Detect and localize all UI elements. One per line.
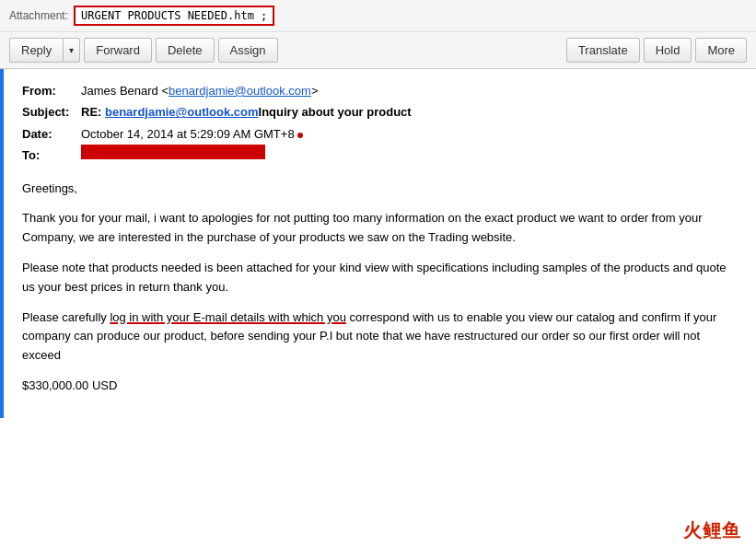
- to-redacted-value: [81, 145, 265, 159]
- to-label: To:: [22, 145, 77, 166]
- reply-group: Reply ▾: [9, 38, 80, 63]
- subject-link[interactable]: benardjamie@outlook.com: [105, 105, 259, 119]
- attachment-filename[interactable]: URGENT PRODUCTS NEEDED.htm ;: [74, 6, 274, 26]
- assign-button[interactable]: Assign: [218, 38, 278, 63]
- from-email-link[interactable]: benardjamie@outlook.com: [169, 80, 311, 101]
- red-dot-indicator: [297, 133, 303, 138]
- subject-prefix: RE:: [81, 105, 105, 119]
- forward-button[interactable]: Forward: [84, 38, 152, 63]
- email-body: From: James Benard <benardjamie@outlook.…: [0, 69, 756, 418]
- toolbar: Reply ▾ Forward Delete Assign Translate …: [0, 32, 756, 69]
- translate-button[interactable]: Translate: [566, 38, 640, 63]
- body-p3-before: Please carefully: [22, 310, 110, 324]
- body-paragraph-2: Please note that products needed is been…: [22, 259, 741, 297]
- subject-field: Subject: RE: benardjamie@outlook.comInqu…: [22, 101, 741, 122]
- more-button[interactable]: More: [695, 38, 747, 63]
- phishing-link[interactable]: log in with your E-mail details with whi…: [110, 310, 346, 324]
- subject-label: Subject:: [22, 101, 77, 122]
- from-name: James Benard: [81, 80, 158, 101]
- subject-text: Inquiry about your product: [259, 105, 412, 119]
- from-field: From: James Benard <benardjamie@outlook.…: [22, 80, 741, 101]
- reply-dropdown-button[interactable]: ▾: [63, 38, 80, 63]
- date-label: Date:: [22, 123, 77, 145]
- body-paragraph-3: Please carefully log in with your E-mail…: [22, 308, 741, 366]
- email-header: From: James Benard <benardjamie@outlook.…: [22, 80, 741, 167]
- watermark: 火鲤鱼: [683, 518, 741, 543]
- greeting: Greetings,: [22, 180, 741, 199]
- date-field: Date: October 14, 2014 at 5:29:09 AM GMT…: [22, 123, 741, 145]
- email-content: Greetings, Thank you for your mail, i wa…: [22, 180, 741, 396]
- hold-button[interactable]: Hold: [644, 38, 692, 63]
- delete-button[interactable]: Delete: [156, 38, 215, 63]
- date-value: October 14, 2014 at 5:29:09 AM GMT+8: [81, 123, 295, 145]
- body-paragraph-1: Thank you for your mail, i want to apolo…: [22, 209, 741, 248]
- attachment-label: Attachment:: [9, 9, 68, 22]
- body-truncated: $330,000.00 USD: [22, 377, 741, 396]
- toolbar-right: Translate Hold More: [566, 38, 747, 63]
- attachment-bar: Attachment: URGENT PRODUCTS NEEDED.htm ;: [0, 0, 756, 32]
- to-field: To:: [22, 145, 741, 166]
- chevron-down-icon: ▾: [69, 45, 74, 55]
- toolbar-left: Reply ▾ Forward Delete Assign: [9, 38, 563, 63]
- reply-button[interactable]: Reply: [9, 38, 63, 63]
- from-label: From:: [22, 80, 77, 101]
